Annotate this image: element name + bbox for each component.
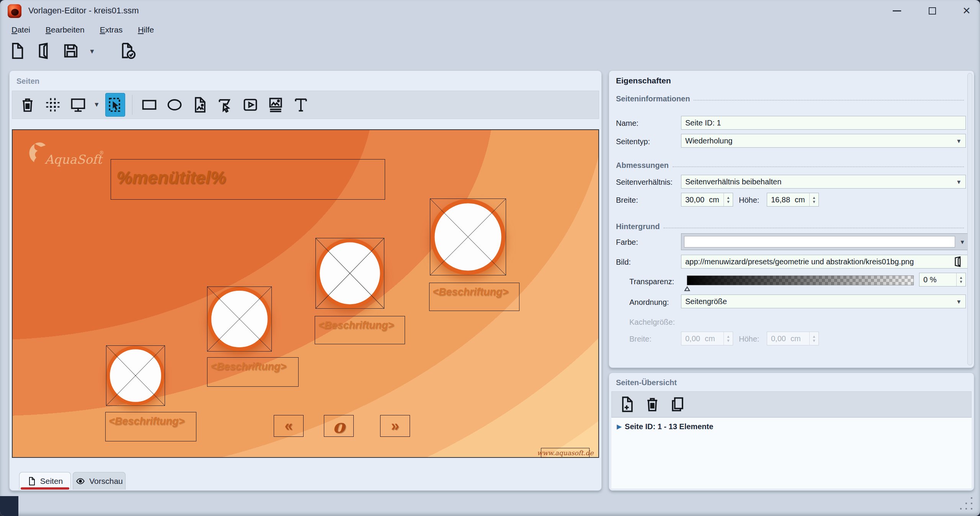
minimize-icon	[893, 10, 901, 11]
maximize-button[interactable]	[922, 2, 942, 19]
section-dimensions: Abmessungen	[616, 161, 964, 170]
chevron-down-icon: ▼	[957, 239, 967, 245]
caption-text: <Beschriftung>	[211, 361, 286, 372]
text-icon	[292, 96, 309, 113]
arrangement-value: Seitengröße	[685, 297, 727, 306]
color-label: Farbe:	[616, 238, 638, 247]
menu-extras[interactable]: Extras	[99, 24, 124, 36]
caption-placeholder-2[interactable]: <Beschriftung>	[207, 357, 299, 387]
rectangle-tool-button[interactable]	[139, 93, 159, 117]
template-canvas[interactable]: AquaSoft ® %menütitel% <Beschriftung> <B…	[12, 129, 599, 458]
caption-placeholder-4[interactable]: <Beschriftung>	[429, 283, 519, 311]
chevron-down-icon: ▼	[956, 179, 962, 185]
transparency-slider[interactable]	[687, 275, 914, 285]
display-dropdown[interactable]: ▼	[93, 101, 100, 109]
stepper-arrows[interactable]: ▲▼	[956, 273, 965, 286]
width-value: 30,00	[685, 195, 704, 204]
expander-icon[interactable]: ▶	[617, 423, 622, 431]
properties-panel: Eigenschaften Seiteninformationen Name: …	[609, 70, 974, 368]
caption-text: <Beschriftung>	[433, 286, 508, 298]
tab-vorschau[interactable]: Vorschau	[73, 472, 126, 490]
close-button[interactable]: ✕	[956, 2, 977, 19]
menu-datei[interactable]: Datei	[11, 24, 31, 36]
save-button[interactable]	[62, 42, 80, 61]
add-page-button[interactable]	[617, 392, 637, 416]
nav-home-button[interactable]: o	[324, 415, 354, 437]
title-bar: Vorlagen-Editor - kreis01.ssm ✕	[0, 0, 980, 22]
name-label: Name:	[616, 119, 639, 128]
menu-hilfe[interactable]: Hilfe	[137, 24, 155, 36]
transparency-slider-handle[interactable]	[684, 286, 690, 291]
stepper-arrows[interactable]: ▲▼	[724, 193, 733, 206]
delete-page-button[interactable]	[642, 392, 662, 416]
background-image-tool-button[interactable]	[266, 93, 286, 117]
pages-panel-title: Seiten	[16, 77, 39, 86]
eye-icon	[75, 476, 85, 486]
duplicate-page-button[interactable]	[668, 392, 688, 416]
tab-vorschau-label: Vorschau	[89, 477, 123, 486]
page-item-label: Seite ID: 1 - 13 Elemente	[625, 422, 713, 431]
width-stepper[interactable]: 30,00 cm ▲▼	[681, 193, 733, 207]
nav-next-button[interactable]: »	[380, 415, 410, 437]
menu-title-placeholder-box[interactable]: %menütitel%	[111, 159, 385, 200]
select-tool-button[interactable]	[105, 93, 125, 117]
website-watermark-box[interactable]: www.aquasoft.de	[541, 448, 590, 458]
ellipse-tool-button[interactable]	[165, 93, 185, 117]
svg-text:®: ®	[99, 150, 104, 156]
display-button[interactable]	[68, 93, 88, 117]
nav-previous-button[interactable]: «	[274, 415, 304, 437]
grid-button[interactable]	[43, 93, 63, 117]
page-list-item[interactable]: ▶ Seite ID: 1 - 13 Elemente	[617, 422, 713, 431]
menu-thumbnail-1[interactable]	[106, 345, 165, 406]
new-document-icon	[8, 42, 26, 60]
text-tool-button[interactable]	[291, 93, 311, 117]
chevron-down-icon: ▼	[956, 298, 962, 305]
browse-file-icon[interactable]	[952, 256, 964, 267]
transparency-label: Transparenz:	[629, 277, 674, 286]
caption-text: <Beschriftung>	[109, 415, 185, 427]
open-folder-icon	[35, 42, 53, 60]
menu-thumbnail-4[interactable]	[430, 199, 506, 275]
height-stepper[interactable]: 16,88 cm ▲▼	[767, 193, 819, 207]
caption-placeholder-1[interactable]: <Beschriftung>	[105, 412, 196, 441]
menu-thumbnail-3[interactable]	[315, 238, 384, 309]
delete-element-button[interactable]	[18, 93, 38, 117]
apply-template-button[interactable]	[119, 42, 137, 61]
section-dimensions-title: Abmessungen	[616, 161, 669, 170]
new-document-button[interactable]	[8, 42, 26, 61]
section-page-info: Seiteninformationen	[616, 94, 964, 103]
seitentyp-dropdown[interactable]: Wiederholung ▼	[681, 134, 966, 148]
save-options-dropdown[interactable]: ▼	[89, 48, 95, 55]
image-label: Bild:	[616, 258, 631, 267]
arrangement-dropdown[interactable]: Seitengröße ▼	[681, 295, 966, 308]
name-input[interactable]: Seite ID: 1	[681, 116, 966, 130]
tile-width-unit: cm	[705, 334, 715, 343]
background-image-input[interactable]: app://menuwizard/presets/geometrie und a…	[681, 255, 968, 269]
open-document-button[interactable]	[35, 42, 53, 61]
page-list[interactable]: ▶ Seite ID: 1 - 13 Elemente	[611, 417, 972, 488]
resize-grip[interactable]	[957, 496, 975, 513]
properties-scrollbar[interactable]	[967, 73, 972, 365]
tile-height-unit: cm	[791, 334, 801, 343]
height-value: 16,88	[771, 195, 790, 204]
rectangle-icon	[141, 96, 158, 113]
video-tool-button[interactable]	[240, 93, 260, 117]
aspect-dropdown[interactable]: Seitenverhältnis beibehalten ▼	[681, 175, 966, 189]
image-tool-button[interactable]	[190, 93, 210, 117]
minimize-button[interactable]	[887, 2, 907, 19]
document-check-icon	[119, 42, 137, 60]
section-leader	[673, 166, 964, 167]
tile-height-value: 0,00	[771, 334, 786, 343]
stepper-arrows[interactable]: ▲▼	[809, 193, 818, 206]
seitentyp-value: Wiederholung	[685, 137, 732, 145]
background-color-picker[interactable]: ▼	[681, 233, 968, 250]
caption-placeholder-3[interactable]: <Beschriftung>	[315, 316, 405, 344]
menu-thumbnail-2[interactable]	[207, 286, 272, 352]
image-file-icon	[191, 96, 208, 113]
menu-bearbeiten[interactable]: Bearbeiten	[45, 24, 85, 36]
tile-width-value: 0,00	[685, 334, 700, 343]
hotspot-tool-button[interactable]	[215, 93, 235, 117]
transparency-stepper[interactable]: 0 % ▲▼	[919, 273, 966, 286]
tab-seiten[interactable]: Seiten	[19, 472, 71, 490]
application-window: Vorlagen-Editor - kreis01.ssm ✕ Datei Be…	[0, 0, 980, 516]
